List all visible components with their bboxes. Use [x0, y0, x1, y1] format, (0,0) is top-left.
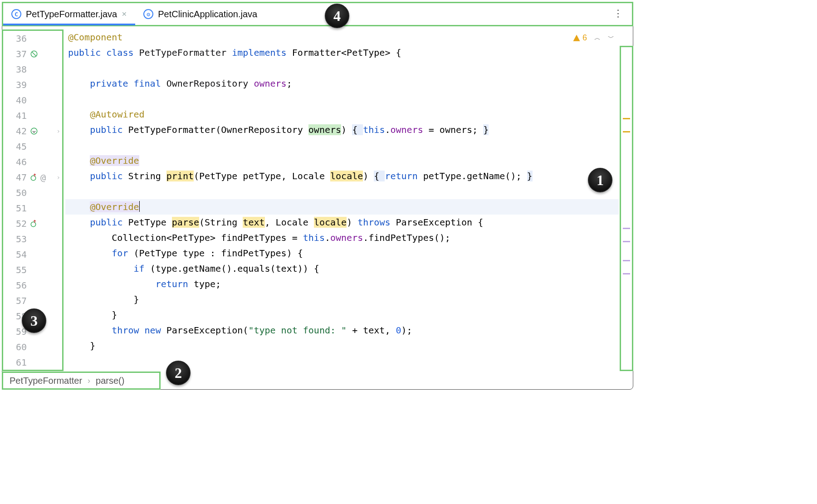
- gutter-line[interactable]: 53: [3, 231, 62, 247]
- line-number: 60: [11, 342, 27, 352]
- gutter-line[interactable]: 40: [3, 93, 62, 108]
- editor-content[interactable]: @Component public class PetTypeFormatter…: [65, 29, 619, 371]
- line-number: 53: [11, 234, 27, 245]
- tab-label: PetClinicApplication.java: [158, 9, 257, 20]
- callout-1: 1: [588, 168, 612, 192]
- line-number: 51: [11, 203, 27, 214]
- error-stripe-mark[interactable]: [623, 273, 630, 274]
- implements-icon[interactable]: [29, 219, 39, 228]
- line-number: 57: [11, 295, 27, 306]
- override-disabled-icon[interactable]: [29, 49, 39, 59]
- gutter-line[interactable]: 36: [3, 31, 62, 46]
- line-number: 36: [11, 33, 27, 44]
- gutter-line[interactable]: 61: [3, 355, 62, 370]
- chevron-right-icon: ›: [88, 376, 90, 386]
- gutter-line[interactable]: 51: [3, 201, 62, 216]
- gutter-line[interactable]: 54: [3, 247, 62, 262]
- line-number: 41: [11, 110, 27, 121]
- line-number: 46: [11, 157, 27, 167]
- line-number: 54: [11, 249, 27, 260]
- breadcrumb-class[interactable]: PetTypeFormatter: [10, 376, 82, 386]
- error-stripe-mark[interactable]: [623, 118, 630, 119]
- line-number: 40: [11, 95, 27, 106]
- gutter-line[interactable]: 60: [3, 339, 62, 355]
- callout-2: 2: [166, 361, 191, 385]
- spring-gear-icon: ⚙: [143, 9, 153, 19]
- line-number: 42: [11, 126, 27, 137]
- editor-tabs: C PetTypeFormatter.java ✕ ⚙ PetClinicApp…: [2, 2, 633, 26]
- line-number: 52: [11, 218, 27, 229]
- gutter-line[interactable]: 41: [3, 108, 62, 123]
- gutter-line[interactable]: 38: [3, 62, 62, 77]
- gutter-line[interactable]: 37: [3, 46, 62, 62]
- gutter-line[interactable]: 39: [3, 77, 62, 93]
- error-stripe-mark[interactable]: [623, 131, 630, 132]
- tab-overflow-menu[interactable]: ⋯: [612, 0, 624, 28]
- error-stripe-mark[interactable]: [623, 241, 630, 242]
- gutter-line[interactable]: 46: [3, 154, 62, 170]
- breadcrumb-method[interactable]: parse(): [96, 376, 124, 386]
- svg-point-2: [31, 128, 37, 134]
- close-icon[interactable]: ✕: [122, 10, 127, 18]
- tab-label: PetTypeFormatter.java: [26, 9, 117, 20]
- tab-petclinicapplication[interactable]: ⚙ PetClinicApplication.java: [135, 3, 265, 25]
- line-number: 45: [11, 141, 27, 152]
- line-number: 55: [11, 264, 27, 275]
- line-number: 47: [11, 172, 27, 183]
- line-number: 38: [11, 64, 27, 75]
- svg-line-1: [32, 52, 36, 56]
- callout-3: 3: [22, 308, 46, 333]
- gutter-line[interactable]: 45: [3, 139, 62, 154]
- callout-4: 4: [325, 4, 349, 28]
- fold-toggle-icon[interactable]: ›: [57, 127, 60, 135]
- navigate-icon[interactable]: [29, 127, 39, 136]
- text-cursor: [139, 201, 140, 212]
- line-number: 56: [11, 280, 27, 291]
- gutter-line[interactable]: 47@›: [3, 170, 62, 185]
- gutter-line[interactable]: 42›: [3, 123, 62, 139]
- line-number: 50: [11, 187, 27, 198]
- line-number: 61: [11, 357, 27, 368]
- gutter-line[interactable]: 52: [3, 216, 62, 231]
- at-sign-icon: @: [40, 172, 46, 183]
- tab-pettypeformatter[interactable]: C PetTypeFormatter.java ✕: [3, 3, 135, 25]
- gutter-line[interactable]: 56: [3, 278, 62, 293]
- line-number: 37: [11, 49, 27, 59]
- gutter-line[interactable]: 57: [3, 293, 62, 308]
- error-stripe-scrollbar[interactable]: [620, 46, 633, 371]
- fold-toggle-icon[interactable]: ›: [57, 174, 60, 181]
- implements-icon[interactable]: [29, 173, 39, 182]
- breadcrumb: PetTypeFormatter › parse(): [2, 372, 161, 390]
- error-stripe-mark[interactable]: [623, 228, 630, 229]
- class-icon: C: [11, 9, 21, 19]
- gutter-line[interactable]: 50: [3, 185, 62, 201]
- gutter-line[interactable]: 55: [3, 262, 62, 278]
- line-number: 39: [11, 79, 27, 90]
- error-stripe-mark[interactable]: [623, 260, 630, 261]
